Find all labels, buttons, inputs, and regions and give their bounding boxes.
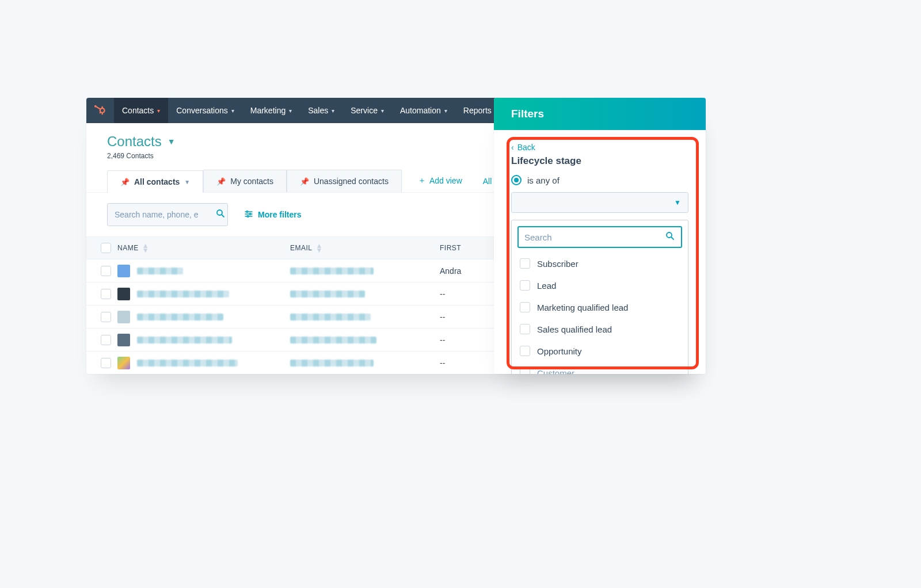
pin-icon: 📌 bbox=[216, 177, 226, 186]
option-label: Customer bbox=[537, 368, 574, 375]
option-label: Subscriber bbox=[537, 259, 579, 269]
option-checkbox[interactable] bbox=[520, 324, 530, 334]
filter-option[interactable]: Lead bbox=[517, 274, 682, 296]
dropdown-search-input[interactable] bbox=[517, 226, 682, 248]
filter-option[interactable]: Customer bbox=[517, 362, 682, 374]
column-header-name[interactable]: NAME ▲▼ bbox=[117, 243, 290, 253]
search-icon bbox=[665, 231, 675, 243]
page-title-caret-icon[interactable]: ▼ bbox=[168, 137, 176, 146]
more-filters-label: More filters bbox=[258, 210, 301, 219]
dropdown-search-field[interactable] bbox=[524, 232, 665, 242]
chevron-down-icon: ▾ bbox=[231, 108, 234, 114]
avatar bbox=[117, 288, 130, 300]
filters-panel: Filters ‹ Back Lifecycle stage is any of… bbox=[494, 98, 706, 374]
option-checkbox[interactable] bbox=[520, 368, 530, 374]
chevron-down-icon: ▾ bbox=[444, 108, 447, 114]
add-view-label: Add view bbox=[429, 176, 462, 185]
chevron-down-icon: ▾ bbox=[289, 108, 292, 114]
redacted-email bbox=[290, 360, 374, 366]
chevron-down-icon: ▼ bbox=[674, 198, 681, 207]
search-field[interactable] bbox=[115, 210, 215, 219]
avatar bbox=[117, 265, 130, 277]
option-checkbox[interactable] bbox=[520, 346, 530, 356]
sort-icon: ▲▼ bbox=[142, 243, 149, 253]
chevron-down-icon: ▾ bbox=[157, 108, 160, 114]
chevron-down-icon: ▼ bbox=[184, 179, 190, 185]
tab-unassigned-contacts[interactable]: 📌Unassigned contacts bbox=[287, 170, 402, 192]
filter-option[interactable]: Sales qualified lead bbox=[517, 318, 682, 340]
chevron-left-icon: ‹ bbox=[511, 143, 514, 152]
nav-item-sales[interactable]: Sales▾ bbox=[300, 98, 342, 123]
page-title[interactable]: Contacts bbox=[107, 133, 162, 150]
filter-operator-radio[interactable]: is any of bbox=[511, 175, 688, 185]
sort-icon: ▲▼ bbox=[316, 243, 323, 253]
nav-item-contacts[interactable]: Contacts▾ bbox=[114, 98, 168, 123]
pin-icon: 📌 bbox=[120, 178, 130, 186]
option-label: Opportunity bbox=[537, 346, 582, 356]
svg-point-13 bbox=[247, 215, 249, 217]
sliders-icon bbox=[244, 209, 253, 220]
filter-option[interactable]: Opportunity bbox=[517, 340, 682, 362]
option-label: Lead bbox=[537, 281, 556, 291]
add-view-button[interactable]: ＋ Add view bbox=[413, 169, 467, 192]
row-checkbox[interactable] bbox=[101, 266, 111, 276]
search-input[interactable] bbox=[107, 203, 228, 226]
back-button[interactable]: ‹ Back bbox=[511, 143, 688, 152]
redacted-name bbox=[137, 268, 183, 274]
redacted-email bbox=[290, 337, 376, 343]
option-label: Sales qualified lead bbox=[537, 324, 612, 334]
filter-options-dropdown: SubscriberLeadMarketing qualified leadSa… bbox=[511, 220, 688, 374]
hubspot-logo-icon[interactable] bbox=[86, 104, 114, 117]
filter-property-name: Lifecycle stage bbox=[511, 155, 688, 167]
row-checkbox[interactable] bbox=[101, 289, 111, 299]
row-checkbox[interactable] bbox=[101, 358, 111, 368]
pin-icon: 📌 bbox=[300, 177, 309, 186]
nav-item-automation[interactable]: Automation▾ bbox=[392, 98, 455, 123]
redacted-name bbox=[137, 337, 232, 343]
nav-item-conversations[interactable]: Conversations▾ bbox=[168, 98, 242, 123]
filter-operator-label: is any of bbox=[527, 175, 560, 185]
search-icon bbox=[215, 208, 226, 221]
option-checkbox[interactable] bbox=[520, 280, 530, 291]
filter-option[interactable]: Subscriber bbox=[517, 253, 682, 274]
filters-panel-title: Filters bbox=[494, 98, 706, 130]
more-filters-button[interactable]: More filters bbox=[244, 209, 301, 220]
row-checkbox[interactable] bbox=[101, 335, 111, 345]
svg-point-11 bbox=[246, 211, 248, 212]
svg-point-2 bbox=[94, 105, 97, 108]
redacted-name bbox=[137, 291, 229, 297]
radio-selected-icon bbox=[511, 175, 522, 185]
svg-point-12 bbox=[249, 213, 251, 215]
tab-my-contacts[interactable]: 📌My contacts bbox=[203, 170, 287, 192]
avatar bbox=[117, 334, 130, 346]
svg-line-15 bbox=[671, 237, 673, 239]
option-checkbox[interactable] bbox=[520, 258, 530, 269]
chevron-down-icon: ▾ bbox=[381, 108, 384, 114]
nav-item-marketing[interactable]: Marketing▾ bbox=[242, 98, 300, 123]
plus-icon: ＋ bbox=[418, 175, 426, 186]
nav-item-service[interactable]: Service▾ bbox=[342, 98, 392, 123]
svg-line-7 bbox=[222, 215, 224, 217]
avatar bbox=[117, 311, 130, 323]
avatar bbox=[117, 357, 130, 369]
column-header-email[interactable]: EMAIL ▲▼ bbox=[290, 243, 440, 253]
filter-option[interactable]: Marketing qualified lead bbox=[517, 296, 682, 318]
redacted-name bbox=[137, 360, 238, 366]
tab-all-contacts[interactable]: 📌All contacts▼ bbox=[107, 170, 203, 193]
redacted-email bbox=[290, 291, 365, 297]
row-checkbox[interactable] bbox=[101, 312, 111, 322]
option-label: Marketing qualified lead bbox=[537, 303, 628, 312]
redacted-email bbox=[290, 268, 374, 274]
select-all-checkbox[interactable] bbox=[101, 243, 111, 253]
filter-value-select[interactable]: ▼ bbox=[511, 192, 688, 213]
redacted-name bbox=[137, 314, 223, 320]
chevron-down-icon: ▾ bbox=[332, 108, 334, 114]
redacted-email bbox=[290, 314, 371, 320]
svg-line-5 bbox=[100, 112, 101, 113]
option-checkbox[interactable] bbox=[520, 302, 530, 312]
